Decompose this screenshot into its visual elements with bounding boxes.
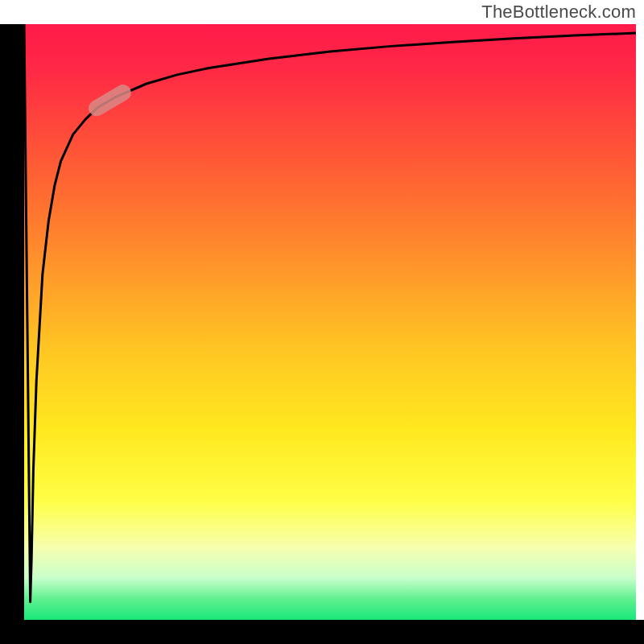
curve-group [24,24,636,602]
y-axis [0,24,24,628]
bottleneck-curve [24,24,636,602]
watermark-text: TheBottleneck.com [481,2,636,23]
chart-frame: TheBottleneck.com [0,0,644,644]
x-axis [0,620,644,644]
highlight-marker [85,81,134,119]
curve-layer [24,24,636,620]
